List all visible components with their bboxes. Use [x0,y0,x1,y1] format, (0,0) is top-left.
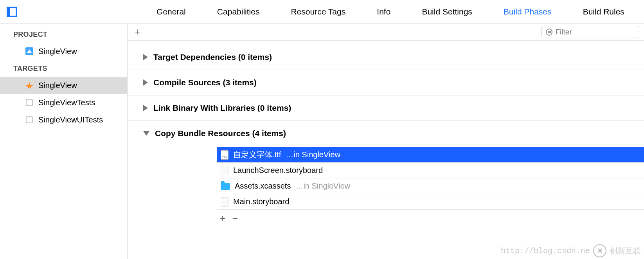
sidebar-target-label: SingleViewTests [38,98,95,107]
filter-field[interactable] [541,26,639,38]
phase-title: Target Dependencies (0 items) [153,52,272,62]
ttf-file-icon [221,150,228,160]
tab-general[interactable]: General [154,7,188,16]
phase-copy-bundle-resources[interactable]: Copy Bundle Resources (4 items) 自定义字体.tt… [128,121,644,232]
project-icon [25,47,34,56]
resource-name: LaunchScreen.storyboard [233,166,323,175]
sidebar-target-singleviewuitests[interactable]: SingleViewUITests [0,111,127,128]
chevron-right-icon [143,54,148,60]
phase-title: Link Binary With Libraries (0 items) [153,103,291,113]
add-phase-button[interactable]: + [132,26,143,38]
resource-path: …in SingleView [286,150,340,159]
phase-file-list: 自定义字体.ttf …in SingleView LaunchScreen.st… [217,147,644,224]
assets-folder-icon [221,183,230,190]
sidebar-target-label: SingleViewUITests [38,115,103,124]
panel-toggle[interactable] [0,7,23,17]
build-phases-content: + Target Dependencies (0 items) Compile … [128,23,644,259]
phase-link-binary[interactable]: Link Binary With Libraries (0 items) [128,95,644,121]
editor-tabs: General Capabilities Resource Tags Info … [0,0,644,23]
watermark: http://blog.csdn.ne ✕ 创新互联 [501,244,641,257]
resource-name: Main.storyboard [233,197,289,206]
tab-capabilities[interactable]: Capabilities [215,7,262,16]
resource-row[interactable]: Assets.xcassets …in SingleView [217,178,644,194]
resource-path: …in SingleView [295,182,350,191]
sidebar-target-singleview[interactable]: SingleView [0,77,127,94]
storyboard-file-icon [221,166,228,175]
tab-resource-tags[interactable]: Resource Tags [289,7,348,16]
sidebar-heading-project: PROJECT [0,26,127,43]
tab-build-phases[interactable]: Build Phases [501,7,554,16]
resource-row[interactable]: Main.storyboard [217,194,644,210]
add-resource-button[interactable]: + [220,213,225,224]
phases-toolbar: + [128,23,644,41]
tab-bar: General Capabilities Resource Tags Info … [23,7,644,16]
watermark-logo-icon: ✕ [593,244,606,257]
filter-input[interactable] [556,28,635,36]
tab-build-rules[interactable]: Build Rules [581,7,627,16]
watermark-url: http://blog.csdn.ne [501,246,590,255]
filter-icon [546,29,552,36]
sidebar-heading-targets: TARGETS [0,60,127,77]
sidebar-project-label: SingleView [38,47,77,56]
sidebar-target-label: SingleView [38,81,77,90]
test-target-icon [25,98,34,107]
chevron-down-icon [143,131,149,136]
svg-marker-1 [26,82,33,89]
resource-row[interactable]: LaunchScreen.storyboard [217,163,644,178]
panel-left-icon [7,7,17,17]
svg-rect-3 [26,117,32,123]
phase-target-dependencies[interactable]: Target Dependencies (0 items) [128,45,644,70]
tab-info[interactable]: Info [374,7,393,16]
phase-compile-sources[interactable]: Compile Sources (3 items) [128,70,644,95]
project-sidebar: PROJECT SingleView TARGETS SingleView Si… [0,23,128,259]
resource-row-actions: + − [217,210,644,224]
svg-rect-2 [26,99,32,106]
phase-title: Compile Sources (3 items) [153,78,257,87]
test-target-icon [25,115,34,124]
chevron-right-icon [143,105,148,111]
resource-name: Assets.xcassets [235,182,291,191]
app-target-icon [25,81,34,90]
resource-name: 自定义字体.ttf [233,149,281,160]
storyboard-file-icon [221,197,228,207]
watermark-brand: 创新互联 [610,246,641,256]
sidebar-project-singleview[interactable]: SingleView [0,43,127,60]
phase-title: Copy Bundle Resources (4 items) [155,129,286,138]
chevron-right-icon [143,79,148,86]
sidebar-target-singleviewtests[interactable]: SingleViewTests [0,94,127,111]
resource-row[interactable]: 自定义字体.ttf …in SingleView [217,147,644,163]
remove-resource-button[interactable]: − [232,213,238,224]
tab-build-settings[interactable]: Build Settings [419,7,474,16]
